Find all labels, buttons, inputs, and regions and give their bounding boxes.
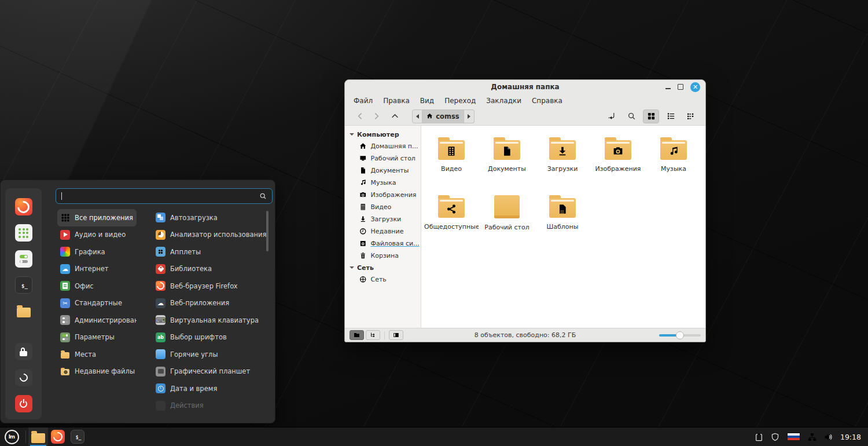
- file-item-downloads[interactable]: Загрузки: [535, 130, 590, 188]
- window-title: Домашняя папка: [345, 83, 705, 91]
- file-item-public[interactable]: Общедоступные: [424, 188, 479, 246]
- zoom-slider[interactable]: [659, 331, 701, 339]
- file-manager-window: Домашняя папка ✕ Файл Правка Вид Переход…: [344, 79, 706, 342]
- menu-scrollbar[interactable]: [266, 211, 269, 251]
- shield-icon[interactable]: [771, 433, 779, 441]
- update-manager-icon[interactable]: [755, 433, 763, 441]
- back-button[interactable]: [352, 109, 368, 123]
- window-titlebar[interactable]: Домашняя папка ✕: [345, 80, 705, 94]
- list-view-button[interactable]: [663, 109, 679, 123]
- category-graphics[interactable]: Графика: [57, 243, 137, 261]
- menu-button[interactable]: lm: [0, 427, 23, 446]
- close-button[interactable]: ✕: [690, 82, 700, 92]
- file-item-documents[interactable]: Документы: [479, 130, 535, 188]
- app-applets[interactable]: Апплеты: [153, 243, 267, 261]
- compact-view-button[interactable]: [682, 109, 698, 123]
- accessories-scissors-icon: ✂: [60, 298, 70, 308]
- app-actions[interactable]: Действия: [153, 397, 267, 415]
- app-graphics-tablet[interactable]: Графический планшет: [153, 363, 267, 381]
- sidebar-item-trash[interactable]: Корзина: [345, 250, 421, 262]
- sidebar-item-network[interactable]: Сеть: [345, 273, 421, 286]
- template-emblem-icon: [557, 204, 568, 215]
- sidebar-item-desktop[interactable]: Рабочий стол: [345, 152, 421, 164]
- app-font-selection[interactable]: abВыбор шрифтов: [153, 329, 267, 346]
- volume-icon[interactable]: [824, 433, 833, 441]
- forward-button[interactable]: [368, 109, 384, 123]
- favorite-firefox[interactable]: [15, 198, 32, 215]
- logout-icon: [18, 372, 30, 383]
- file-item-pictures[interactable]: Изображения: [590, 130, 646, 188]
- minimize-button[interactable]: [665, 88, 671, 89]
- app-virtual-keyboard[interactable]: ⌨Виртуальная клавиатура: [153, 312, 267, 329]
- taskbar-item-files[interactable]: [28, 427, 48, 446]
- category-recent-files[interactable]: Недавние файлы: [57, 363, 137, 381]
- category-places[interactable]: Места: [57, 346, 137, 363]
- sidebar-section-computer[interactable]: Компьютер: [345, 129, 421, 140]
- app-autostart[interactable]: Автозагрузка: [153, 209, 267, 226]
- sidebar-item-music[interactable]: Музыка: [345, 177, 421, 189]
- category-preferences[interactable]: Параметры: [57, 329, 137, 346]
- clock-icon: [359, 228, 367, 235]
- lock-screen-button[interactable]: [15, 343, 32, 360]
- disk-icon: [359, 240, 367, 247]
- shutdown-button[interactable]: [15, 395, 32, 412]
- folder-icon: [17, 308, 31, 317]
- category-administration[interactable]: Администрирование: [57, 312, 137, 329]
- up-button[interactable]: [387, 109, 403, 123]
- sidebar-item-home[interactable]: Домашняя п...: [345, 140, 421, 152]
- breadcrumb-prev-button[interactable]: [412, 109, 422, 123]
- app-date-time[interactable]: Дата и время: [153, 380, 267, 397]
- file-item-templates[interactable]: Шаблоны: [535, 188, 590, 246]
- menu-edit[interactable]: Правка: [378, 95, 415, 107]
- app-library[interactable]: Библиотека: [153, 261, 267, 278]
- sidebar-section-network[interactable]: Сеть: [345, 262, 421, 273]
- category-all-applications[interactable]: Все приложения: [57, 209, 137, 226]
- app-webapps[interactable]: ☁Веб-приложения: [153, 295, 267, 312]
- keyboard-layout-flag-icon[interactable]: [787, 433, 800, 441]
- menu-help[interactable]: Справка: [527, 95, 568, 107]
- network-icon[interactable]: [808, 433, 816, 441]
- category-office[interactable]: Офис: [57, 277, 137, 295]
- sidebar-item-downloads[interactable]: Загрузки: [345, 213, 421, 225]
- breadcrumb-next-button[interactable]: [464, 109, 475, 123]
- menu-search-box[interactable]: [56, 188, 273, 204]
- file-item-music[interactable]: Музыка: [646, 130, 701, 188]
- terminal-icon: $_: [71, 430, 84, 444]
- menu-go[interactable]: Переход: [439, 95, 481, 107]
- slider-knob[interactable]: [676, 331, 684, 339]
- app-firefox[interactable]: Веб-браузер Firefox: [153, 277, 267, 295]
- breadcrumb-home-segment[interactable]: comss: [422, 109, 464, 123]
- file-item-videos[interactable]: Видео: [424, 130, 479, 188]
- sidebar-item-recent[interactable]: Недавние: [345, 225, 421, 237]
- window-toolbar: comss: [345, 107, 705, 126]
- category-accessories[interactable]: ✂Стандартные: [57, 295, 137, 312]
- clock[interactable]: 19:18: [840, 433, 861, 441]
- category-audio-video[interactable]: Аудио и видео: [57, 226, 137, 244]
- menu-file[interactable]: Файл: [348, 95, 378, 107]
- system-tray: 19:18: [755, 433, 868, 441]
- sidebar-item-pictures[interactable]: Изображения: [345, 189, 421, 201]
- app-disk-usage-analyzer[interactable]: Анализатор использования...: [153, 226, 267, 244]
- favorite-settings[interactable]: [15, 250, 32, 268]
- file-grid: Видео Документы Загрузки Изображения Муз…: [421, 126, 705, 328]
- sidebar-item-filesystem[interactable]: Файловая си...: [345, 237, 421, 250]
- sidebar-item-videos[interactable]: Видео: [345, 201, 421, 213]
- search-button[interactable]: [623, 109, 639, 123]
- favorite-software-manager[interactable]: [15, 224, 32, 242]
- toggle-location-entry-button[interactable]: [604, 109, 620, 123]
- favorite-files[interactable]: [15, 302, 32, 320]
- menu-view[interactable]: Вид: [415, 95, 439, 107]
- taskbar-item-firefox[interactable]: [48, 427, 68, 446]
- file-item-desktop[interactable]: Рабочий стол: [479, 188, 535, 246]
- favorite-terminal[interactable]: $_: [15, 276, 32, 294]
- sidebar-item-documents[interactable]: Документы: [345, 164, 421, 177]
- taskbar-item-terminal[interactable]: $_: [68, 427, 87, 446]
- compact-view-icon: [686, 112, 695, 120]
- search-icon: [627, 112, 636, 120]
- category-internet[interactable]: ☁Интернет: [57, 261, 137, 278]
- logout-button[interactable]: [15, 369, 32, 386]
- menu-bookmarks[interactable]: Закладки: [481, 95, 527, 107]
- app-hot-corners[interactable]: Горячие углы: [153, 346, 267, 363]
- icon-view-button[interactable]: [643, 109, 659, 123]
- maximize-button[interactable]: [678, 84, 683, 90]
